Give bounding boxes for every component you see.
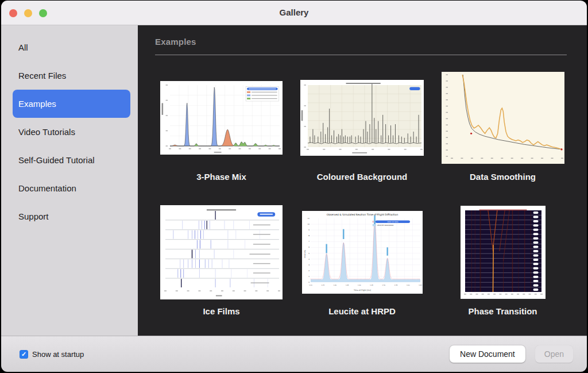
footer: ✓ Show at startup New Document Open [1, 336, 587, 372]
example-cell-coloured-background: Coloured Background [292, 69, 432, 186]
example-cell-leucite-at-hrpd: 0001 tof dataLEUCITE 3000000001110987654… [292, 203, 432, 321]
svg-text:10: 10 [307, 223, 310, 225]
window-body: AllRecent FilesExamplesVideo TutorialsSe… [1, 25, 587, 336]
example-thumbnail-ice-films[interactable] [160, 203, 283, 301]
sidebar-item-video-tutorials[interactable]: Video Tutorials [13, 118, 130, 146]
svg-text:Observed & Simulated Neutron T: Observed & Simulated Neutron Time-of-Fli… [326, 213, 398, 216]
example-thumbnail-image-3-phase-mix [160, 81, 283, 155]
example-caption-data-smoothing: Data Smoothing [470, 167, 536, 186]
footer-buttons: New Document Open [450, 345, 573, 363]
svg-text:4: 4 [308, 258, 310, 260]
screen: Gallery AllRecent FilesExamplesVideo Tut… [0, 0, 588, 373]
zoom-button[interactable] [39, 9, 47, 17]
svg-text:3: 3 [308, 264, 310, 266]
sidebar-item-self-guided-tutorial[interactable]: Self-Guided Tutorial [13, 146, 130, 174]
example-caption-coloured-background: Coloured Background [317, 167, 408, 186]
svg-text:2: 2 [308, 270, 310, 272]
svg-text:Time-of-Flight [ms]: Time-of-Flight [ms] [353, 289, 370, 291]
svg-text:9: 9 [308, 229, 310, 231]
example-cell-3-phase-mix: 3-Phase Mix [151, 69, 292, 186]
example-cell-phase-transition: Phase Transition [432, 203, 573, 321]
window-title: Gallery [1, 1, 587, 25]
traffic-lights [9, 9, 47, 17]
svg-text:6: 6 [308, 246, 310, 248]
example-thumbnail-image-coloured-background [300, 80, 424, 156]
svg-text:1.50: 1.50 [382, 284, 385, 286]
svg-text:1.65: 1.65 [419, 284, 422, 286]
svg-text:8: 8 [308, 234, 310, 237]
svg-text:1.35: 1.35 [345, 284, 349, 286]
sidebar-item-documentation[interactable]: Documentation [13, 174, 130, 202]
section-heading: Examples [138, 25, 587, 47]
example-thumbnail-3-phase-mix[interactable] [160, 69, 283, 167]
svg-text:1.30: 1.30 [333, 284, 336, 286]
svg-text:7: 7 [308, 240, 310, 243]
example-cell-ice-films: Ice Films [151, 203, 292, 321]
example-thumbnail-leucite-at-hrpd[interactable]: 0001 tof dataLEUCITE 3000000001110987654… [302, 203, 423, 301]
example-thumbnail-phase-transition[interactable] [461, 203, 546, 301]
close-button[interactable] [9, 9, 17, 17]
svg-text:1: 1 [308, 275, 310, 278]
svg-text:0: 0 [308, 281, 310, 283]
gallery-window: Gallery AllRecent FilesExamplesVideo Tut… [1, 1, 587, 372]
svg-text:1.40: 1.40 [358, 284, 361, 286]
svg-text:1.55: 1.55 [394, 284, 397, 286]
example-thumbnail-image-leucite-at-hrpd: 0001 tof dataLEUCITE 3000000001110987654… [302, 211, 423, 294]
show-at-startup-label: Show at startup [32, 350, 84, 359]
example-caption-3-phase-mix: 3-Phase Mix [196, 167, 246, 186]
show-at-startup[interactable]: ✓ Show at startup [20, 350, 84, 359]
example-thumbnail-image-data-smoothing [442, 72, 564, 164]
svg-text:Intensity: Intensity [304, 250, 306, 258]
sidebar-item-recent-files[interactable]: Recent Files [13, 61, 130, 90]
example-caption-phase-transition: Phase Transition [468, 301, 537, 321]
sidebar-item-all[interactable]: All [13, 33, 130, 61]
example-caption-leucite-at-hrpd: Leucite at HRPD [328, 301, 396, 321]
examples-grid: 3-Phase MixColoured BackgroundData Smoot… [138, 55, 587, 336]
svg-text:1.20: 1.20 [309, 284, 312, 286]
new-document-button[interactable]: New Document [450, 345, 525, 363]
svg-text:5: 5 [308, 252, 310, 255]
example-thumbnail-data-smoothing[interactable] [442, 69, 564, 167]
example-cell-data-smoothing: Data Smoothing [432, 69, 573, 186]
example-thumbnail-coloured-background[interactable] [300, 69, 424, 167]
svg-text:0001 tof data: 0001 tof data [387, 221, 398, 223]
svg-text:1.25: 1.25 [321, 284, 324, 286]
example-thumbnail-image-phase-transition [461, 206, 546, 299]
sidebar: AllRecent FilesExamplesVideo TutorialsSe… [1, 25, 138, 336]
examples-panel: Examples 3-Phase MixColoured BackgroundD… [138, 25, 587, 336]
svg-text:1.60: 1.60 [406, 284, 409, 286]
open-button[interactable]: Open [535, 345, 573, 363]
minimize-button[interactable] [24, 9, 32, 17]
sidebar-item-examples[interactable]: Examples [13, 90, 130, 118]
svg-text:1.45: 1.45 [370, 284, 373, 286]
show-at-startup-checkbox[interactable]: ✓ [20, 350, 28, 359]
example-caption-ice-films: Ice Films [203, 301, 239, 321]
titlebar[interactable]: Gallery [1, 1, 587, 25]
sidebar-item-support[interactable]: Support [13, 202, 130, 230]
example-thumbnail-image-ice-films [160, 205, 283, 299]
svg-text:11: 11 [307, 217, 310, 220]
svg-text:LEUCITE 300000000: LEUCITE 300000000 [377, 224, 393, 226]
